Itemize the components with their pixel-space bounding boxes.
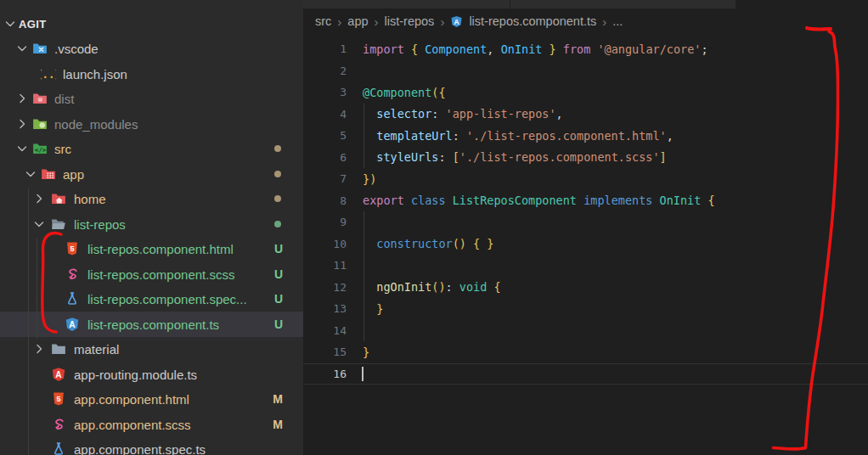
line-number[interactable]: 5 bbox=[303, 129, 347, 142]
line-number[interactable]: 9 bbox=[303, 216, 347, 228]
code-line[interactable]: 6 styleUrls: ['./list-repos.component.sc… bbox=[303, 147, 868, 169]
editor-tab[interactable] bbox=[510, 0, 736, 8]
code-token: ] bbox=[660, 150, 667, 164]
line-number[interactable]: 6 bbox=[303, 151, 347, 164]
line-number[interactable]: 13 bbox=[303, 302, 347, 315]
code-token: } bbox=[376, 302, 383, 316]
breadcrumb-item-file[interactable]: list-repos.component.ts bbox=[469, 14, 596, 28]
code-line-content[interactable]: selector: 'app-list-repos', bbox=[363, 107, 563, 121]
chevron-down-icon[interactable] bbox=[24, 167, 37, 181]
code-line[interactable]: 9 bbox=[303, 211, 868, 233]
code-token: () bbox=[453, 237, 466, 250]
code-token: () bbox=[431, 280, 445, 294]
code-line-content[interactable]: import { Component, OnInit } from '@angu… bbox=[363, 42, 708, 56]
chevron-down-icon[interactable] bbox=[15, 42, 29, 55]
code-line-content[interactable]: constructor() { } bbox=[363, 237, 493, 250]
tree-item-agit[interactable]: AGIT bbox=[0, 11, 303, 37]
chevron-right-icon[interactable] bbox=[32, 192, 46, 205]
folder-open-gray-icon bbox=[51, 216, 66, 232]
line-number[interactable]: 14 bbox=[303, 324, 347, 337]
code-line[interactable]: 1import { Component, OnInit } from '@ang… bbox=[303, 38, 868, 60]
line-number[interactable]: 3 bbox=[303, 86, 347, 98]
tree-item-app[interactable]: app bbox=[0, 161, 303, 187]
code-line[interactable]: 10 constructor() { } bbox=[303, 233, 868, 256]
code-line[interactable]: 13 } bbox=[303, 298, 868, 320]
tree-item-app-routing[interactable]: Aapp-routing.module.ts bbox=[0, 362, 303, 387]
code-line[interactable]: 8export class ListReposComponent impleme… bbox=[303, 190, 868, 212]
code-line[interactable]: 11 bbox=[303, 255, 868, 277]
line-number[interactable]: 8 bbox=[303, 194, 347, 207]
code-line[interactable]: 15} bbox=[303, 341, 868, 363]
tree-item-launch-json[interactable]: {..}launch.json bbox=[0, 61, 303, 87]
code-line-content[interactable]: } bbox=[363, 302, 383, 316]
code-line[interactable]: 14 bbox=[303, 320, 868, 342]
chevron-right-icon[interactable] bbox=[32, 342, 46, 356]
git-status-dot-icon bbox=[274, 145, 281, 152]
tree-item-list-repos[interactable]: list-repos bbox=[0, 211, 303, 237]
code-token: } bbox=[550, 42, 556, 56]
code-token: export bbox=[363, 194, 404, 207]
code-line[interactable]: 5 templateUrl: './list-repos.component.h… bbox=[303, 125, 868, 147]
breadcrumb-item-more[interactable]: ... bbox=[612, 14, 623, 28]
code-line-content[interactable]: styleUrls: ['./list-repos.component.scss… bbox=[363, 150, 667, 164]
tree-item-home[interactable]: home bbox=[0, 187, 303, 212]
code-line[interactable]: 2 bbox=[303, 60, 868, 82]
line-number[interactable]: 16 bbox=[303, 368, 347, 380]
tree-item-label: list-repos.component.scss bbox=[87, 267, 234, 281]
code-line[interactable]: 3@Component({ bbox=[303, 81, 868, 104]
tree-item-label: app-routing.module.ts bbox=[74, 367, 197, 381]
tree-item-dist[interactable]: dist bbox=[0, 87, 303, 112]
tree-item-lr-spec[interactable]: list-repos.component.spec...U bbox=[0, 287, 303, 312]
code-area[interactable]: 1import { Component, OnInit } from '@ang… bbox=[303, 34, 868, 455]
code-token bbox=[363, 129, 376, 143]
code-line[interactable]: 4 selector: 'app-list-repos', bbox=[303, 104, 868, 126]
tree-item-app-spec[interactable]: app.component.spec.ts bbox=[0, 437, 303, 455]
line-number[interactable]: 4 bbox=[303, 108, 347, 121]
code-line-content[interactable]: }) bbox=[363, 172, 376, 186]
code-token: } bbox=[363, 345, 369, 359]
chevron-down-icon[interactable] bbox=[3, 17, 17, 31]
chevron-right-icon[interactable] bbox=[15, 117, 29, 131]
chevron-right-icon[interactable] bbox=[15, 92, 29, 105]
code-line-content[interactable]: ngOnInit(): void { bbox=[363, 280, 501, 294]
breadcrumb-item-list-repos[interactable]: list-repos bbox=[385, 14, 435, 28]
code-line-content[interactable]: export class ListReposComponent implemen… bbox=[363, 194, 715, 207]
code-token bbox=[446, 194, 453, 207]
code-token bbox=[542, 42, 549, 56]
line-number[interactable]: 7 bbox=[303, 172, 347, 185]
line-number[interactable]: 12 bbox=[303, 281, 347, 294]
line-number[interactable]: 10 bbox=[303, 238, 347, 250]
chevron-down-icon[interactable] bbox=[15, 142, 29, 155]
line-number[interactable]: 1 bbox=[303, 42, 347, 55]
tree-item-lr-ts[interactable]: Alist-repos.component.tsU bbox=[0, 312, 303, 337]
chevron-down-icon[interactable] bbox=[32, 217, 46, 231]
tree-item-lr-scss[interactable]: list-repos.component.scssU bbox=[0, 261, 303, 287]
code-token: , bbox=[556, 107, 563, 121]
code-line-content[interactable]: } bbox=[363, 345, 369, 359]
text-cursor bbox=[362, 367, 364, 381]
code-token: { bbox=[493, 280, 500, 294]
tree-item-label: list-repos.component.ts bbox=[87, 317, 219, 331]
code-line[interactable]: 16 bbox=[303, 363, 868, 385]
line-number[interactable]: 2 bbox=[303, 65, 347, 77]
line-number[interactable]: 15 bbox=[303, 345, 347, 358]
breadcrumb-item-src[interactable]: src bbox=[315, 14, 331, 28]
line-number[interactable]: 11 bbox=[303, 259, 347, 272]
code-line-content[interactable]: @Component({ bbox=[363, 86, 446, 99]
tree-item-src[interactable]: </>src bbox=[0, 137, 303, 162]
code-line-content[interactable]: templateUrl: './list-repos.component.htm… bbox=[363, 129, 674, 143]
code-token: class bbox=[411, 194, 446, 207]
folder-home-icon bbox=[51, 191, 66, 206]
tree-item-app-html[interactable]: 5app.component.htmlM bbox=[0, 387, 303, 413]
tree-item-lr-html[interactable]: 5list-repos.component.htmlU bbox=[0, 237, 303, 262]
editor-tab[interactable] bbox=[303, 0, 510, 8]
tree-item-app-scss[interactable]: app.component.scssM bbox=[0, 412, 303, 437]
tree-item-material[interactable]: material bbox=[0, 337, 303, 362]
svg-text:A: A bbox=[69, 319, 76, 329]
code-line-content[interactable] bbox=[363, 367, 364, 382]
code-line[interactable]: 12 ngOnInit(): void { bbox=[303, 277, 868, 299]
code-line[interactable]: 7}) bbox=[303, 168, 868, 190]
tree-item-vscode[interactable]: .vscode bbox=[0, 37, 303, 62]
tree-item-node-modules[interactable]: node_modules bbox=[0, 111, 303, 137]
breadcrumb-item-app[interactable]: app bbox=[347, 14, 368, 28]
